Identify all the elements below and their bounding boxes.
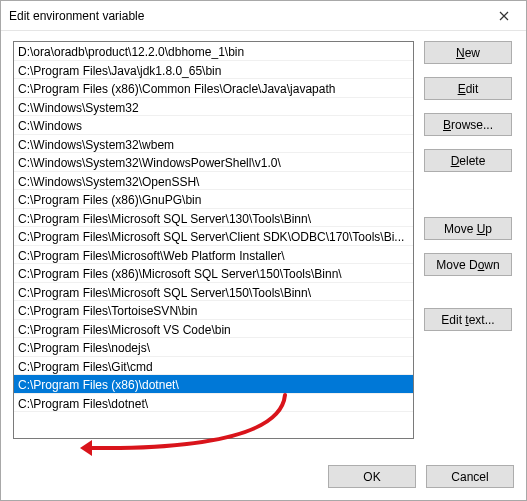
new-button[interactable]: New — [424, 41, 512, 64]
path-listbox[interactable]: D:\ora\oradb\product\12.2.0\dbhome_1\bin… — [13, 41, 414, 439]
path-row[interactable]: C:\Program Files\Microsoft\Web Platform … — [14, 246, 413, 265]
path-row[interactable]: C:\Program Files (x86)\GnuPG\bin — [14, 190, 413, 209]
close-button[interactable] — [481, 1, 526, 30]
path-row[interactable]: C:\Program Files (x86)\Common Files\Orac… — [14, 79, 413, 98]
delete-button[interactable]: Delete — [424, 149, 512, 172]
dialog-window: Edit environment variable D:\ora\oradb\p… — [0, 0, 527, 501]
path-row[interactable]: C:\Windows\System32\WindowsPowerShell\v1… — [14, 153, 413, 172]
window-title: Edit environment variable — [9, 9, 144, 23]
path-row[interactable]: C:\Program Files\Microsoft SQL Server\13… — [14, 209, 413, 228]
move-down-button[interactable]: Move Down — [424, 253, 512, 276]
path-row[interactable]: C:\Windows\System32\wbem — [14, 135, 413, 154]
edit-button[interactable]: Edit — [424, 77, 512, 100]
path-row[interactable]: C:\Windows — [14, 116, 413, 135]
path-row[interactable]: C:\Program Files\Git\cmd — [14, 357, 413, 376]
close-icon — [499, 8, 509, 24]
path-row[interactable]: C:\Program Files (x86)\Microsoft SQL Ser… — [14, 264, 413, 283]
cancel-button[interactable]: Cancel — [426, 465, 514, 488]
ok-button[interactable]: OK — [328, 465, 416, 488]
path-row[interactable]: C:\Program Files (x86)\dotnet\ — [14, 375, 413, 394]
side-buttons: New Edit Browse... Delete Move Up Move D… — [424, 41, 514, 453]
path-row[interactable]: C:\Program Files\TortoiseSVN\bin — [14, 301, 413, 320]
path-row[interactable]: C:\Program Files\Microsoft VS Code\bin — [14, 320, 413, 339]
edit-text-button[interactable]: Edit text... — [424, 308, 512, 331]
browse-button[interactable]: Browse... — [424, 113, 512, 136]
bottom-buttons: OK Cancel — [13, 453, 514, 488]
main-row: D:\ora\oradb\product\12.2.0\dbhome_1\bin… — [13, 41, 514, 453]
path-row[interactable]: C:\Windows\System32 — [14, 98, 413, 117]
path-row[interactable]: C:\Program Files\nodejs\ — [14, 338, 413, 357]
titlebar: Edit environment variable — [1, 1, 526, 31]
path-row[interactable]: C:\Program Files\Microsoft SQL Server\15… — [14, 283, 413, 302]
client-area: D:\ora\oradb\product\12.2.0\dbhome_1\bin… — [1, 31, 526, 500]
path-row[interactable]: C:\Program Files\Microsoft SQL Server\Cl… — [14, 227, 413, 246]
path-row[interactable]: C:\Program Files\Java\jdk1.8.0_65\bin — [14, 61, 413, 80]
path-row[interactable]: D:\ora\oradb\product\12.2.0\dbhome_1\bin — [14, 42, 413, 61]
path-row[interactable]: C:\Program Files\dotnet\ — [14, 394, 413, 413]
move-up-button[interactable]: Move Up — [424, 217, 512, 240]
path-row[interactable]: C:\Windows\System32\OpenSSH\ — [14, 172, 413, 191]
